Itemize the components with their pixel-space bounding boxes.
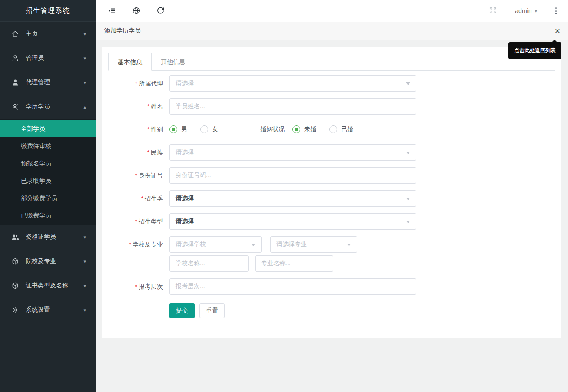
school-select[interactable]: 请选择学校 [169, 236, 262, 253]
required-asterisk: * [147, 149, 149, 156]
return-to-list-tooltip: 点击此处返回列表 [508, 42, 561, 59]
more-options-icon[interactable] [553, 6, 559, 16]
select-value: 请选择 [176, 194, 194, 202]
field-label: *招生类型 [108, 213, 169, 230]
settings-icon [11, 306, 20, 314]
field-row-season: *招生季 请选择 [108, 190, 555, 207]
input-placeholder: 报考层次... [176, 283, 205, 290]
ethnicity-select[interactable]: 请选择 [169, 144, 416, 161]
field-label: *姓名 [108, 98, 169, 115]
field-row-id-number: *身份证号 身份证号码... [108, 167, 555, 184]
main-area: admin ▾ 添加学历学员 × 点击此处返回列表 基本信息 其他信息 *所属代… [96, 0, 568, 392]
chevron-down-icon [406, 152, 410, 154]
chevron-down-icon [251, 244, 256, 246]
tab-basic-info[interactable]: 基本信息 [108, 53, 152, 71]
sidebar-item-all-students[interactable]: 全部学员 [0, 120, 96, 137]
agent-select[interactable]: 请选择 [169, 75, 416, 92]
chevron-down-icon: ▾ [83, 31, 86, 37]
chevron-down-icon [406, 221, 410, 223]
major-name-input[interactable]: 专业名称... [255, 255, 333, 272]
radio-circle-icon [292, 125, 300, 133]
season-select[interactable]: 请选择 [169, 190, 416, 207]
input-placeholder: 学员姓名... [176, 102, 205, 110]
level-input[interactable]: 报考层次... [169, 278, 416, 295]
gender-radio-male[interactable]: 男 [169, 125, 187, 133]
admin-user-icon [11, 54, 20, 62]
required-asterisk: * [129, 241, 131, 248]
id-number-input[interactable]: 身份证号码... [169, 167, 416, 184]
select-placeholder: 请选择学校 [176, 240, 206, 248]
refresh-icon[interactable] [156, 7, 165, 15]
form-panel: 基本信息 其他信息 *所属代理 请选择 [102, 47, 561, 338]
sidebar-item-pre-registered[interactable]: 预报名学员 [0, 155, 96, 172]
required-asterisk: * [135, 80, 137, 87]
type-select[interactable]: 请选择 [169, 213, 416, 230]
radio-label: 女 [212, 125, 218, 133]
submit-button[interactable]: 提交 [169, 303, 195, 318]
field-row-ethnicity: *民族 请选择 [108, 144, 555, 161]
tab-other-info[interactable]: 其他信息 [152, 53, 194, 70]
chevron-down-icon: ▾ [83, 259, 86, 264]
radio-circle-icon [169, 125, 177, 133]
select-placeholder: 请选择 [176, 79, 194, 87]
user-menu[interactable]: admin ▾ [515, 7, 537, 14]
select-placeholder: 请选择专业 [276, 240, 307, 248]
sidebar-item-label: 系统设置 [26, 306, 50, 314]
required-asterisk: * [135, 218, 137, 225]
chevron-down-icon: ▾ [83, 283, 86, 289]
sidebar-item-cert-types[interactable]: 证书类型及名称 ▾ [0, 273, 96, 298]
field-row-school-major: *学校及专业 请选择学校 请选择专业 [108, 236, 555, 272]
field-row-agent: *所属代理 请选择 [108, 75, 555, 92]
topbar: admin ▾ [96, 0, 568, 22]
tab-bar: 基本信息 其他信息 [108, 53, 555, 71]
user-name: admin [515, 7, 531, 14]
radio-label: 已婚 [341, 125, 353, 133]
required-asterisk: * [135, 283, 137, 290]
sidebar-item-paid[interactable]: 已缴费学员 [0, 207, 96, 224]
major-select[interactable]: 请选择专业 [270, 236, 357, 253]
home-icon [11, 30, 20, 38]
school-name-input[interactable]: 学校名称... [169, 255, 249, 272]
radio-circle-icon [200, 125, 208, 133]
sidebar-item-settings[interactable]: 系统设置 ▾ [0, 298, 96, 322]
chevron-down-icon [347, 244, 351, 246]
fullscreen-icon[interactable] [489, 7, 498, 15]
required-asterisk: * [135, 172, 137, 179]
select-placeholder: 请选择 [176, 148, 194, 156]
cert-students-icon [11, 233, 20, 241]
sidebar-item-partial-paid[interactable]: 部分缴费学员 [0, 189, 96, 207]
student-form: *所属代理 请选择 *姓名 [108, 71, 555, 318]
name-input[interactable]: 学员姓名... [169, 98, 416, 115]
required-asterisk: * [141, 195, 143, 202]
chevron-down-icon: ▾ [83, 56, 86, 61]
sidebar-item-cert-students[interactable]: 资格证学员 ▾ [0, 225, 96, 249]
marital-radio-married[interactable]: 已婚 [329, 125, 353, 133]
sidebar-submenu-degree-students: 全部学员 缴费待审核 预报名学员 已录取学员 部分缴费学员 已缴费学员 [0, 119, 96, 225]
page-title: 添加学历学员 [104, 27, 141, 35]
language-globe-icon[interactable] [132, 7, 141, 15]
input-placeholder: 身份证号码... [176, 171, 211, 179]
sidebar-item-admitted[interactable]: 已录取学员 [0, 172, 96, 189]
chevron-down-icon: ▾ [83, 234, 86, 240]
required-asterisk: * [147, 126, 149, 133]
field-row-gender-marital: *性别 男 女 婚姻状况 未婚 [108, 121, 555, 138]
gender-radio-female[interactable]: 女 [200, 125, 218, 133]
sidebar-item-payment-review[interactable]: 缴费待审核 [0, 137, 96, 155]
sidebar-item-label: 证书类型及名称 [26, 282, 68, 290]
form-actions: 提交 重置 [108, 303, 555, 318]
reset-button[interactable]: 重置 [199, 303, 225, 318]
collapse-sidebar-icon[interactable] [108, 7, 116, 15]
close-icon[interactable]: × [555, 26, 560, 35]
select-value: 请选择 [176, 217, 194, 225]
app-title: 招生管理系统 [0, 0, 96, 22]
sidebar-item-degree-students[interactable]: 学历学员 ▴ [0, 95, 96, 119]
marital-radio-unmarried[interactable]: 未婚 [292, 125, 316, 133]
sidebar-item-admins[interactable]: 管理员 ▾ [0, 46, 96, 70]
sidebar-item-label: 主页 [26, 30, 38, 38]
sidebar-item-home[interactable]: 主页 ▾ [0, 22, 96, 46]
sidebar-item-schools-majors[interactable]: 院校及专业 ▾ [0, 249, 96, 273]
sidebar-item-label: 管理员 [26, 54, 44, 62]
sidebar-item-agents[interactable]: 代理管理 ▾ [0, 70, 96, 95]
input-placeholder: 学校名称... [176, 260, 205, 267]
field-row-level: *报考层次 报考层次... [108, 278, 555, 295]
